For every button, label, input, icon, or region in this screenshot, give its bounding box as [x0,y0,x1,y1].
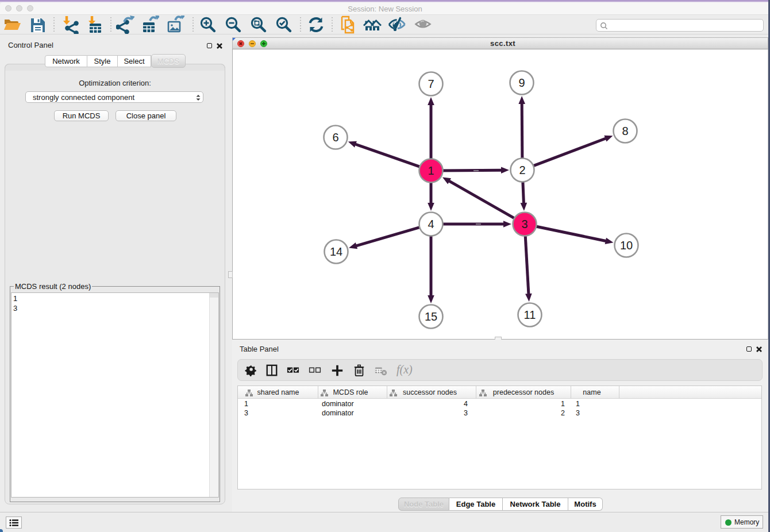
svg-text:3: 3 [521,218,528,230]
svg-text:2: 2 [519,164,525,176]
svg-text:4: 4 [428,218,434,230]
svg-text:9: 9 [518,76,525,89]
svg-text:10: 10 [620,239,633,252]
svg-text:8: 8 [622,125,628,137]
svg-text:11: 11 [524,309,536,321]
svg-text:15: 15 [425,310,437,323]
svg-text:7: 7 [428,78,434,90]
svg-text:6: 6 [332,131,338,144]
svg-text:1: 1 [428,164,434,177]
svg-text:14: 14 [330,245,342,258]
